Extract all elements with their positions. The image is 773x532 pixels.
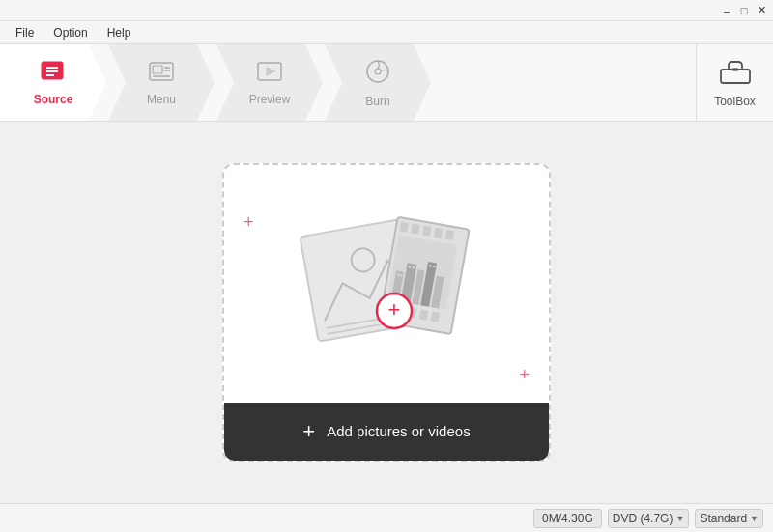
window-controls: – □ ✕ [719,3,769,18]
minimize-button[interactable]: – [719,3,734,18]
disc-type-chevron: ▼ [675,514,684,523]
media-illustration: + [290,197,483,371]
svg-rect-21 [411,223,420,234]
disc-type-value: DVD (4.7G) [613,512,673,525]
drop-zone[interactable]: + + [222,163,551,462]
svg-marker-10 [267,68,274,75]
drop-zone-illustration: + + [224,165,549,403]
burn-step-icon [364,58,391,91]
svg-rect-5 [153,66,162,73]
main-content: + + [0,122,773,503]
add-media-button[interactable]: + Add pictures or videos [224,403,549,461]
toolbar: Source Menu Pre [0,44,773,122]
svg-rect-13 [721,70,750,83]
deco-plus-bottomright: + [519,366,530,383]
svg-rect-23 [434,227,444,238]
svg-rect-36 [397,273,399,275]
svg-rect-40 [429,265,431,266]
nav-step-preview-label: Preview [249,93,291,106]
toolbox-button[interactable]: ToolBox [696,44,773,121]
menu-option[interactable]: Option [45,24,95,42]
add-plus-icon: + [302,421,315,442]
menu-step-icon [148,60,175,89]
add-label: Add pictures or videos [327,423,470,439]
storage-indicator: 0M/4.30G [533,509,602,528]
nav-step-source[interactable]: Source [0,44,106,121]
storage-value: 0M/4.30G [542,512,593,525]
nav-step-menu-label: Menu [147,93,176,106]
nav-steps: Source Menu Pre [0,44,696,121]
title-bar: – □ ✕ [0,0,773,21]
deco-plus-topleft: + [243,213,254,231]
close-button[interactable]: ✕ [754,3,769,18]
quality-select[interactable]: Standard ▼ [695,509,763,528]
svg-point-11 [367,61,388,82]
nav-step-burn-label: Burn [365,95,389,108]
svg-rect-38 [409,266,411,267]
toolbox-label: ToolBox [714,95,756,108]
nav-step-burn[interactable]: Burn [325,44,431,121]
maximize-button[interactable]: □ [736,3,752,18]
svg-rect-41 [433,265,435,266]
nav-step-source-label: Source [34,93,73,106]
menu-file[interactable]: File [8,24,42,42]
svg-rect-29 [431,311,441,322]
svg-rect-28 [419,309,429,320]
source-icon [40,60,67,89]
preview-step-icon [256,60,283,89]
quality-value: Standard [700,512,747,525]
svg-rect-39 [413,266,415,268]
svg-rect-37 [400,274,402,276]
svg-point-12 [375,69,381,74]
svg-text:+: + [388,297,401,322]
status-bar: 0M/4.30G DVD (4.7G) ▼ Standard ▼ [0,503,773,532]
svg-rect-20 [399,221,409,232]
disc-type-select[interactable]: DVD (4.7G) ▼ [608,509,690,528]
quality-chevron: ▼ [750,514,759,523]
svg-rect-14 [732,68,738,71]
menu-help[interactable]: Help [100,24,139,42]
menu-bar: File Option Help [0,21,773,44]
svg-rect-24 [445,229,455,239]
nav-step-preview[interactable]: Preview [216,44,323,121]
toolbox-icon [719,58,752,91]
svg-rect-22 [422,225,432,236]
nav-step-menu[interactable]: Menu [108,44,215,121]
